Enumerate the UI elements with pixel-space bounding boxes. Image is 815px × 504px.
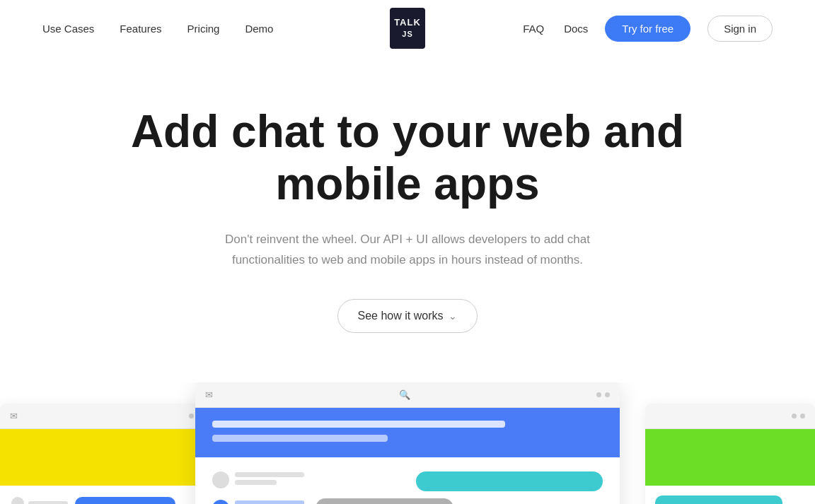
chat-list-item-2 [212,500,304,504]
chat-list [212,471,304,504]
see-how-button[interactable]: See how it works ⌄ [337,299,478,333]
chat-header-blue [195,408,620,457]
dot-r2 [800,414,805,418]
nav-right: FAQ Docs Try for free Sign in [523,16,773,42]
dot-r1 [792,414,797,418]
browser-bar-right [645,404,815,429]
envelope-icon: ✉ [10,411,18,421]
dot-c1 [596,392,601,397]
hero-section: Add chat to your web and mobile apps Don… [0,57,815,361]
dot1 [189,414,194,418]
nav-demo[interactable]: Demo [245,23,273,35]
chat-header-line1 [212,421,505,428]
chevron-down-icon: ⌄ [449,310,457,322]
ml-list-item-1 [11,497,68,504]
nav-features[interactable]: Features [120,23,161,35]
browser-dots-right [792,414,805,418]
try-for-free-button[interactable]: Try for free [605,16,690,42]
chat-messages [316,471,603,504]
chat-icon: ✉ [205,389,213,400]
ml-body [0,486,212,504]
avatar-1 [212,471,229,488]
mockup-section: ✉ [0,382,815,504]
search-icon: 🔍 [399,389,410,400]
ml-list [11,497,68,504]
dot-c2 [605,392,610,397]
cl-line-1b [235,480,277,485]
nav-use-cases[interactable]: Use Cases [42,23,94,35]
yellow-header [0,429,212,486]
nav-left: Use Cases Features Pricing Demo [42,23,273,35]
msg-1-teal [416,471,603,491]
hero-title: Add chat to your web and mobile apps [89,106,726,210]
browser-bar-center: ✉ 🔍 [195,382,620,408]
see-how-label: See how it works [358,310,444,322]
nav-faq[interactable]: FAQ [523,23,544,35]
mockup-right [645,404,815,504]
nav-right-links: FAQ Docs [523,23,588,35]
ml-msg-1 [75,497,175,504]
browser-dots-center [596,392,610,397]
ml-avatar-1 [11,497,24,504]
chat-body [195,457,620,504]
hero-subtitle: Don't reinvent the wheel. Our API + UI a… [209,230,606,271]
browser-center: ✉ 🔍 [195,382,620,504]
cl-line-1 [235,472,304,477]
sign-in-button[interactable]: Sign in [707,16,773,42]
chat-list-text-1 [235,472,304,488]
msg-2-gray [316,498,453,504]
ml-messages [75,497,201,504]
logo-box: TALK JS [390,8,425,49]
mr-body [645,486,815,504]
browser-content [195,408,620,504]
chat-list-item-1 [212,471,304,488]
nav-docs[interactable]: Docs [564,23,588,35]
mockup-left: ✉ [0,404,212,504]
cl-line-2 [235,500,304,504]
browser-bar-left: ✉ [0,404,212,429]
avatar-2-active [212,500,229,504]
ml-line-1 [28,501,68,504]
mr-msg-1 [655,496,782,504]
navbar: Use Cases Features Pricing Demo TALK JS … [0,0,815,57]
nav-pricing[interactable]: Pricing [187,23,220,35]
logo[interactable]: TALK JS [390,8,425,49]
green-header [645,429,815,486]
chat-header-line2 [212,435,388,442]
chat-list-text-2 [235,500,304,504]
